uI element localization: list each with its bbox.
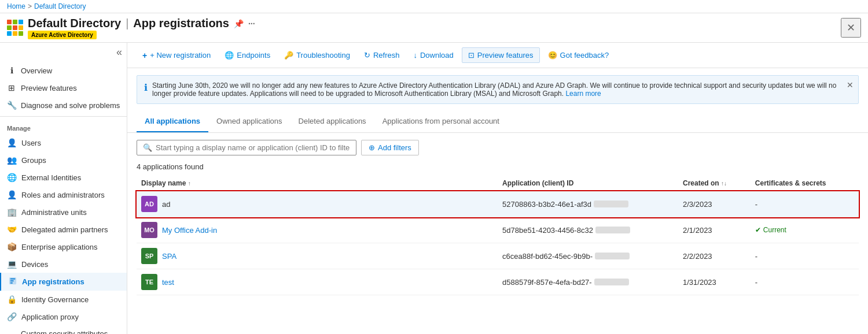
results-count: 4 applications found	[137, 162, 859, 171]
troubleshooting-label: Troubleshooting	[296, 51, 350, 60]
breadcrumb-current[interactable]: Default Directory	[34, 2, 86, 10]
add-filter-icon: ⊕	[369, 143, 375, 152]
search-row: 🔍 ⊕ Add filters	[127, 133, 868, 162]
app-name-link[interactable]: SPA	[162, 252, 176, 261]
svg-rect-2	[10, 280, 14, 281]
sidebar-item-external-identities[interactable]: 🌐 External Identities	[0, 169, 127, 186]
page-subtitle: App registrations	[133, 17, 229, 30]
tabs: All applications Owned applications Dele…	[127, 111, 868, 133]
sidebar-item-groups[interactable]: 👥 Groups	[0, 151, 127, 169]
certificates-cell: ✔ Current	[751, 217, 859, 243]
sidebar-item-diagnose[interactable]: 🔧 Diagnose and solve problems	[0, 97, 127, 114]
info-icon: ℹ	[144, 82, 148, 93]
tab-personal-account[interactable]: Applications from personal account	[374, 111, 507, 132]
client-id-blurred	[595, 253, 630, 259]
tab-owned-applications[interactable]: Owned applications	[208, 111, 290, 132]
search-input[interactable]	[156, 143, 350, 152]
app-avatar: MO	[141, 222, 157, 238]
sidebar-item-identity-governance[interactable]: 🔒 Identity Governance	[0, 291, 127, 308]
sort-icon: ↑	[188, 180, 191, 187]
got-feedback-button[interactable]: 😊 Got feedback?	[542, 48, 615, 62]
tab-all-applications[interactable]: All applications	[137, 111, 208, 132]
endpoints-button[interactable]: 🌐 Endpoints	[219, 48, 276, 62]
breadcrumb-home[interactable]: Home	[7, 2, 25, 10]
feedback-icon: 😊	[548, 51, 557, 60]
client-id: c6cea88f-bd62-45ec-9b9b-	[502, 252, 630, 261]
app-name-link[interactable]: test	[162, 278, 174, 287]
table-row[interactable]: ADad52708863-b3b2-46e1-af3d2/3/2023-	[137, 191, 859, 217]
add-filters-button[interactable]: ⊕ Add filters	[361, 140, 419, 155]
tab-deleted-applications[interactable]: Deleted applications	[290, 111, 374, 132]
cert-badge: ✔ Current	[755, 226, 854, 234]
app-proxy-icon: 🔗	[7, 312, 17, 321]
external-id-icon: 🌐	[7, 173, 17, 182]
sidebar-item-delegated[interactable]: 🤝 Delegated admin partners	[0, 221, 127, 238]
sidebar-item-app-registrations[interactable]: App registrations	[0, 273, 127, 291]
sidebar-item-label: Devices	[21, 260, 48, 269]
sidebar-item-preview-features[interactable]: ⊞ Preview features	[0, 79, 127, 97]
sidebar-item-users[interactable]: 👤 Users	[0, 134, 127, 151]
client-id: d588579f-857e-4efa-bd27-	[502, 278, 629, 287]
close-button[interactable]: ✕	[841, 18, 861, 38]
breadcrumb-sep: >	[28, 2, 32, 10]
svg-rect-1	[10, 279, 16, 280]
applications-table: Display name ↑ Application (client) ID C…	[137, 176, 859, 295]
sidebar-item-admin-units[interactable]: 🏢 Administrative units	[0, 203, 127, 221]
banner-learn-more[interactable]: Learn more	[565, 90, 601, 98]
sidebar-item-devices[interactable]: 💻 Devices	[0, 255, 127, 273]
search-box[interactable]: 🔍	[137, 140, 356, 155]
client-id-blurred	[594, 201, 628, 207]
sidebar-item-custom-security[interactable]: 🏷 Custom security attributes (Preview)	[0, 325, 127, 334]
new-registration-button[interactable]: + + New registration	[137, 48, 216, 63]
download-button[interactable]: ↓ Download	[407, 48, 459, 62]
created-on-cell: 1/31/2023	[678, 269, 751, 295]
waffle-icon[interactable]	[7, 20, 23, 36]
sidebar-item-roles[interactable]: 👤 Roles and administrators	[0, 186, 127, 203]
table-row[interactable]: SPSPAc6cea88f-bd62-45ec-9b9b-2/2/2023-	[137, 243, 859, 269]
sidebar-item-label: Users	[21, 139, 41, 147]
got-feedback-label: Got feedback?	[560, 51, 609, 60]
sort-icon-created: ↑↓	[721, 180, 727, 187]
display-name-cell: ADad	[137, 191, 498, 217]
col-client-id[interactable]: Application (client) ID	[498, 176, 678, 191]
sidebar-item-app-proxy[interactable]: 🔗 Application proxy	[0, 308, 127, 325]
preview-icon: ⊞	[7, 83, 16, 92]
col-created-on[interactable]: Created on ↑↓	[678, 176, 751, 191]
app-reg-icon	[8, 277, 17, 287]
troubleshooting-button[interactable]: 🔑 Troubleshooting	[278, 48, 356, 62]
sidebar-item-label: External Identities	[21, 173, 81, 182]
sidebar-item-label: Application proxy	[21, 313, 79, 321]
more-icon[interactable]: ···	[248, 19, 255, 28]
preview-features-label: Preview features	[477, 51, 534, 60]
sidebar-item-label: Administrative units	[21, 208, 87, 217]
app-name-link[interactable]: My Office Add-in	[162, 226, 217, 235]
sidebar-item-overview[interactable]: ℹ Overview	[0, 62, 127, 79]
sidebar-item-label: Identity Governance	[21, 295, 89, 304]
table-row[interactable]: MOMy Office Add-in5d78be51-4203-4456-8c3…	[137, 217, 859, 243]
add-filter-label: Add filters	[378, 143, 411, 152]
display-name-cell: TEtest	[137, 269, 498, 295]
table-row[interactable]: TEtestd588579f-857e-4efa-bd27-1/31/2023-	[137, 269, 859, 295]
enterprise-icon: 📦	[7, 242, 17, 251]
banner-close-button[interactable]: ✕	[847, 80, 854, 90]
client-id: 52708863-b3b2-46e1-af3d	[502, 200, 628, 209]
client-id-cell: 5d78be51-4203-4456-8c32	[498, 217, 678, 243]
preview-features-button[interactable]: ⊡ Preview features	[462, 47, 540, 63]
col-certificates: Certificates & secrets	[751, 176, 859, 191]
sidebar-item-label: Delegated admin partners	[21, 225, 108, 234]
refresh-label: Refresh	[373, 51, 400, 60]
sidebar-collapse-btn[interactable]: «	[116, 46, 122, 58]
devices-icon: 💻	[7, 259, 17, 269]
info-banner: ℹ Starting June 30th, 2020 we will no lo…	[137, 75, 859, 104]
col-display-name[interactable]: Display name ↑	[137, 176, 498, 191]
display-name-cell: SPSPA	[137, 243, 498, 269]
sidebar-item-enterprise[interactable]: 📦 Enterprise applications	[0, 238, 127, 255]
directory-title: Default Directory	[28, 17, 121, 30]
pin-icon[interactable]: 📌	[234, 19, 244, 28]
users-icon: 👤	[7, 138, 17, 147]
client-id-cell: d588579f-857e-4efa-bd27-	[498, 269, 678, 295]
groups-icon: 👥	[7, 155, 17, 165]
refresh-icon: ↻	[364, 51, 370, 60]
refresh-button[interactable]: ↻ Refresh	[358, 48, 406, 62]
client-id-cell: c6cea88f-bd62-45ec-9b9b-	[498, 243, 678, 269]
